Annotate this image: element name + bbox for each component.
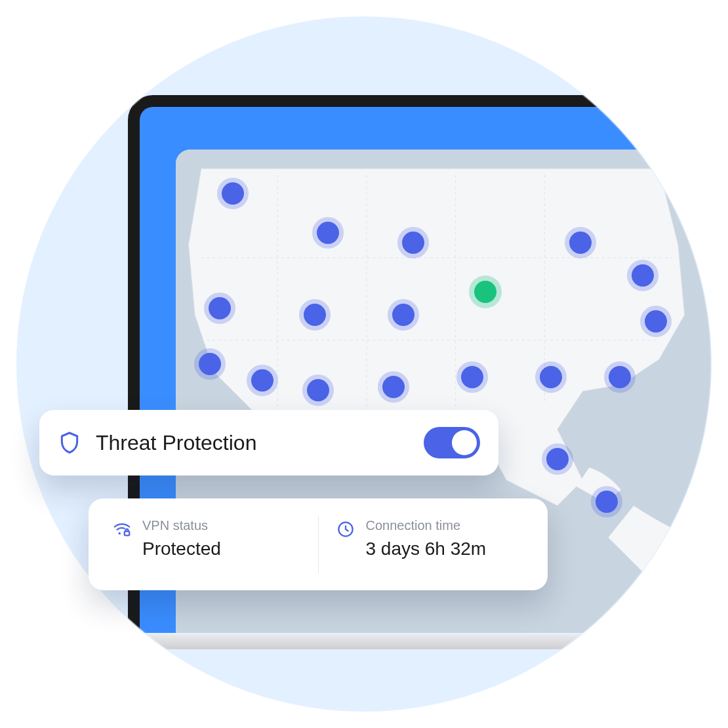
server-dot[interactable]: [251, 369, 273, 392]
vpn-status-value: Protected: [142, 538, 221, 559]
server-dot[interactable]: [209, 297, 231, 319]
server-dot[interactable]: [304, 304, 326, 326]
svg-point-0: [119, 533, 121, 535]
server-dot-connected[interactable]: [474, 281, 496, 303]
server-dot[interactable]: [402, 232, 424, 254]
connection-time-value: 3 days 6h 32m: [366, 538, 487, 559]
vpn-status-label: VPN status: [142, 518, 221, 533]
server-dot[interactable]: [569, 232, 592, 254]
laptop-base: [79, 635, 728, 649]
server-dot[interactable]: [317, 222, 339, 244]
server-dot[interactable]: [707, 602, 728, 624]
connection-time-label: Connection time: [366, 518, 487, 533]
vpn-status-block: VPN status Protected: [95, 516, 318, 573]
server-dot[interactable]: [596, 491, 618, 513]
server-dot[interactable]: [222, 182, 244, 205]
server-dot[interactable]: [199, 353, 221, 375]
shield-icon: [56, 430, 83, 456]
server-dot[interactable]: [540, 366, 562, 388]
server-dot[interactable]: [609, 366, 631, 388]
threat-protection-label: Threat Protection: [96, 431, 411, 455]
connection-time-block: Connection time 3 days 6h 32m: [318, 516, 542, 573]
status-card: VPN status Protected Connection time 3 d…: [89, 498, 548, 590]
svg-rect-1: [125, 531, 130, 535]
threat-protection-toggle[interactable]: [424, 427, 480, 458]
server-dot[interactable]: [392, 304, 415, 326]
server-dot[interactable]: [645, 310, 667, 333]
toggle-knob: [452, 430, 477, 455]
server-dot[interactable]: [461, 366, 483, 388]
server-dot[interactable]: [632, 264, 654, 287]
threat-protection-card: Threat Protection: [39, 410, 498, 475]
server-dot[interactable]: [655, 559, 677, 582]
clock-icon: [336, 519, 355, 539]
wifi-lock-icon: [112, 519, 132, 539]
server-dot[interactable]: [546, 448, 569, 470]
server-dot[interactable]: [382, 376, 405, 398]
server-dot[interactable]: [307, 379, 329, 401]
